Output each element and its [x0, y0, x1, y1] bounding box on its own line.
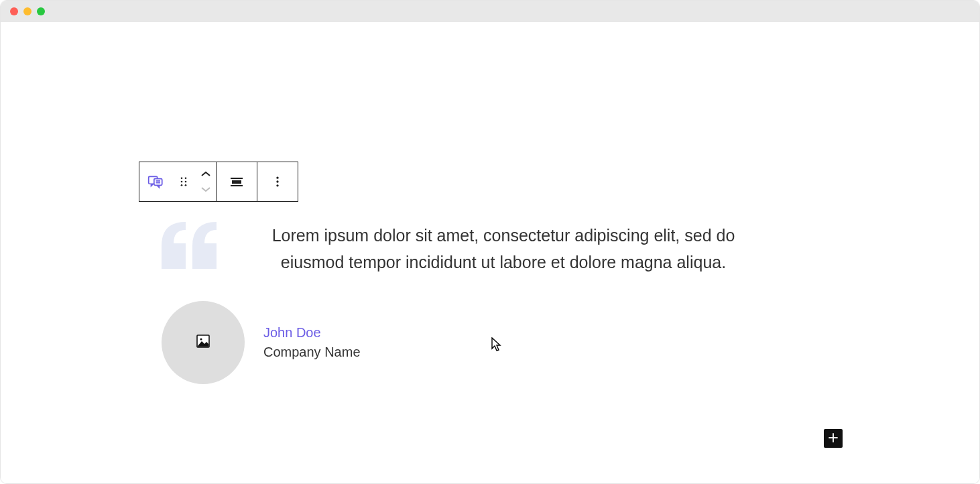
chevron-down-icon: [200, 184, 211, 194]
drag-handle-button[interactable]: [172, 162, 196, 201]
more-vertical-icon: [271, 175, 284, 188]
svg-rect-12: [231, 185, 243, 186]
drag-handle-icon: [178, 176, 190, 188]
svg-rect-1: [154, 179, 162, 186]
svg-point-6: [181, 181, 183, 183]
add-block-button[interactable]: [824, 429, 843, 448]
svg-point-13: [276, 177, 278, 179]
block-toolbar: [139, 162, 298, 202]
editor-canvas[interactable]: Lorem ipsum dolor sit amet, consectetur …: [1, 22, 979, 483]
chevron-up-icon: [200, 170, 211, 180]
testimonial-author-row: John Doe Company Name: [162, 301, 845, 384]
svg-point-9: [185, 184, 187, 186]
svg-point-5: [185, 177, 187, 179]
plus-icon: [826, 431, 840, 446]
window-close-button[interactable]: [10, 7, 18, 15]
svg-point-15: [276, 184, 278, 186]
testimonial-block[interactable]: Lorem ipsum dolor sit amet, consectetur …: [162, 222, 845, 384]
window-maximize-button[interactable]: [37, 7, 45, 15]
testimonial-block-icon: [147, 173, 164, 190]
app-window: Lorem ipsum dolor sit amet, consectetur …: [0, 0, 980, 484]
move-down-button[interactable]: [198, 183, 214, 195]
toolbar-group-align: [216, 162, 257, 201]
more-options-button[interactable]: [257, 162, 298, 201]
svg-point-4: [181, 177, 183, 179]
move-buttons: [196, 162, 216, 201]
svg-rect-11: [232, 180, 241, 184]
align-button[interactable]: [217, 162, 257, 201]
svg-point-14: [276, 180, 278, 182]
svg-point-17: [200, 338, 202, 340]
toolbar-group-block: [139, 162, 216, 201]
svg-rect-10: [231, 178, 243, 179]
testimonial-company[interactable]: Company Name: [263, 345, 361, 360]
move-up-button[interactable]: [198, 168, 214, 180]
svg-point-7: [185, 181, 187, 183]
image-placeholder-icon: [195, 333, 211, 352]
window-minimize-button[interactable]: [23, 7, 32, 15]
testimonial-quote-text[interactable]: Lorem ipsum dolor sit amet, consectetur …: [162, 222, 845, 276]
align-icon: [229, 174, 245, 190]
testimonial-author-meta: John Doe Company Name: [263, 325, 361, 360]
block-type-button[interactable]: [139, 162, 172, 201]
quote-mark-icon: [162, 222, 218, 271]
avatar-placeholder[interactable]: [162, 301, 245, 384]
svg-point-8: [181, 184, 183, 186]
testimonial-author-name[interactable]: John Doe: [263, 325, 361, 341]
toolbar-group-more: [257, 162, 298, 201]
window-titlebar: [1, 1, 979, 22]
